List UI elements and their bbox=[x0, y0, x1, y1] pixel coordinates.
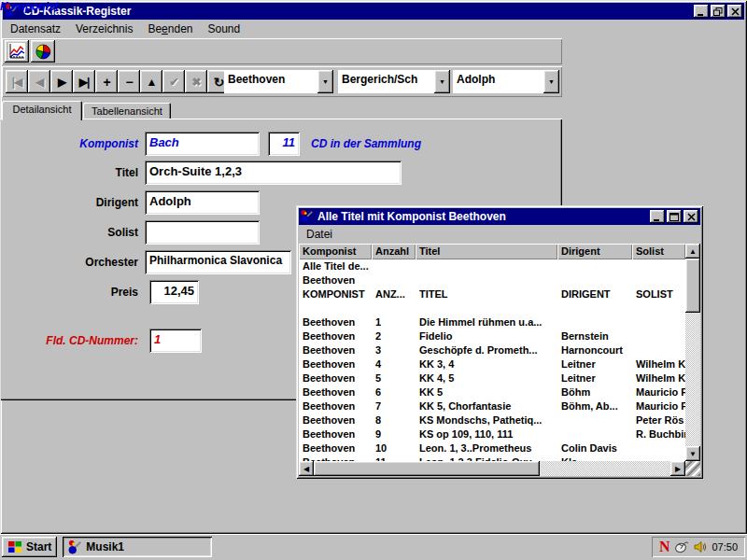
start-button[interactable]: Start bbox=[2, 537, 57, 557]
table-row[interactable]: Beethoven8KS Mondschs, Pathetiq...Peter … bbox=[299, 413, 685, 427]
column-header-anzahl[interactable]: Anzahl bbox=[372, 244, 416, 259]
grid-cell: Colin Davis bbox=[557, 441, 632, 455]
table-row[interactable]: Beethoven10Leon. 1, 3..PrometheusColin D… bbox=[299, 441, 685, 455]
restore-button[interactable] bbox=[711, 5, 726, 18]
solist-label: Solist bbox=[37, 226, 138, 239]
chevron-down-icon[interactable]: ▼ bbox=[317, 70, 333, 93]
titel-field[interactable]: Orch-Suite 1,2,3 bbox=[145, 161, 402, 185]
komponist-field[interactable]: Bach bbox=[145, 132, 260, 156]
column-header-solist[interactable]: Solist bbox=[632, 244, 685, 259]
chevron-down-icon[interactable]: ▼ bbox=[543, 70, 559, 93]
app-icon bbox=[68, 540, 82, 554]
grid-cell: Peter Rös bbox=[632, 413, 685, 427]
minimize-button[interactable] bbox=[650, 210, 665, 223]
nav-edit-button[interactable]: ▲ bbox=[140, 70, 162, 93]
grid-cell: KOMPONIST bbox=[299, 287, 372, 301]
grid-cell bbox=[372, 273, 416, 287]
komponist-combobox[interactable]: Beethoven ▼ bbox=[224, 70, 333, 93]
nav-next-button[interactable]: ▶ bbox=[50, 70, 73, 93]
tab-tabellenansicht[interactable]: Tabellenansicht bbox=[83, 103, 171, 119]
menu-beenden[interactable]: Beenden bbox=[140, 20, 200, 38]
column-header-titel[interactable]: Titel bbox=[416, 244, 557, 259]
nav-first-button[interactable]: |◀ bbox=[6, 70, 28, 93]
table-row[interactable]: Alle Titel de... bbox=[299, 259, 685, 273]
menu-sound[interactable]: Sound bbox=[200, 20, 247, 38]
komponist-label: Komponist bbox=[0, 0, 59, 13]
main-menubar: Datensatz Verzeichnis Beenden Sound bbox=[3, 20, 744, 37]
nav-cancel-button[interactable]: ✖ bbox=[185, 70, 207, 93]
dirigent-combobox[interactable]: Adolph ▼ bbox=[453, 70, 559, 93]
table-row[interactable] bbox=[299, 301, 685, 315]
grid-cell: 8 bbox=[372, 413, 416, 427]
grid-cell bbox=[372, 259, 416, 273]
horizontal-scroll-thumb[interactable] bbox=[314, 461, 540, 476]
horizontal-scrollbar[interactable]: ◀ ▶ bbox=[299, 461, 685, 476]
cd-nummer-field[interactable]: 1 bbox=[149, 329, 202, 353]
taskbar-clock[interactable]: 07:50 bbox=[712, 541, 738, 553]
grid-cell bbox=[416, 259, 557, 273]
scroll-left-icon[interactable]: ◀ bbox=[299, 461, 314, 476]
table-row[interactable]: Beethoven7KK 5, ChorfantasieBöhm, Ab...M… bbox=[299, 399, 685, 413]
taskbar-task-musik1[interactable]: Musik1 bbox=[63, 537, 212, 557]
mouse-icon[interactable] bbox=[674, 540, 689, 553]
close-icon[interactable] bbox=[727, 5, 742, 18]
nav-last-button[interactable]: ▶| bbox=[73, 70, 95, 93]
line-chart-button[interactable] bbox=[5, 40, 29, 63]
preis-field[interactable]: 12,45 bbox=[149, 280, 199, 304]
nav-delete-button[interactable]: − bbox=[118, 70, 140, 93]
grid-cell bbox=[632, 273, 685, 287]
table-row[interactable]: Beethoven1Die Himmel rühmen u.a... bbox=[299, 315, 685, 329]
grid-cell: Beethoven bbox=[299, 385, 372, 399]
grid-cell: Beethoven bbox=[299, 399, 372, 413]
menu-datei[interactable]: Datei bbox=[299, 225, 340, 244]
menu-verzeichnis[interactable]: Verzeichnis bbox=[68, 20, 140, 38]
solist-combobox[interactable]: Bergerich/Sch ▼ bbox=[338, 70, 450, 93]
table-row[interactable]: Beethoven5KK 4, 5LeitnerWilhelm Ke bbox=[299, 371, 685, 385]
pie-chart-button[interactable] bbox=[31, 40, 55, 63]
vertical-scrollbar[interactable]: ▲ ▼ bbox=[685, 244, 700, 461]
nav-prior-button[interactable]: ◀ bbox=[28, 70, 50, 93]
netscape-n-icon[interactable]: N bbox=[659, 540, 670, 553]
orchester-field[interactable]: Philharmonica Slavonica bbox=[145, 250, 291, 274]
toolbar bbox=[2, 38, 562, 64]
table-row[interactable]: Beethoven2FidelioBernstein bbox=[299, 329, 685, 343]
child-window-title: Alle Titel mit Komponist Beethoven bbox=[317, 210, 506, 223]
dirigent-field[interactable]: Adolph bbox=[145, 190, 260, 215]
tab-detailansicht[interactable]: Detailansicht bbox=[2, 101, 82, 120]
column-header-dirigent[interactable]: Dirigent bbox=[557, 244, 632, 259]
resize-grip[interactable] bbox=[685, 461, 700, 476]
nav-insert-button[interactable]: + bbox=[95, 70, 118, 93]
chevron-down-icon[interactable]: ▼ bbox=[434, 70, 450, 93]
table-row[interactable]: Beethoven9KS op 109, 110, 111R. Buchbin bbox=[299, 427, 685, 441]
scroll-up-icon[interactable]: ▲ bbox=[685, 244, 700, 259]
grid-cell: Fidelio bbox=[416, 329, 557, 343]
table-row[interactable]: KOMPONISTANZ...TITELDIRIGENTSOLIST bbox=[299, 287, 685, 301]
grid-cell: 9 bbox=[372, 427, 416, 441]
close-icon[interactable] bbox=[684, 210, 698, 223]
grid-cell: Beethoven bbox=[299, 329, 372, 343]
table-row[interactable]: Beethoven bbox=[299, 273, 685, 287]
volume-icon[interactable] bbox=[694, 540, 707, 553]
grid-cell: R. Buchbin bbox=[632, 427, 685, 441]
table-row[interactable]: Beethoven6KK 5BöhmMauricio P bbox=[299, 385, 685, 399]
scroll-right-icon[interactable]: ▶ bbox=[670, 461, 685, 476]
table-row[interactable]: Beethoven3Geschöpfe d. Prometh...Harnonc… bbox=[299, 343, 685, 357]
grid-cell: Geschöpfe d. Prometh... bbox=[416, 343, 557, 357]
scroll-down-icon[interactable]: ▼ bbox=[685, 446, 700, 461]
table-row[interactable]: Beethoven4KK 3, 4LeitnerWilhelm Ke bbox=[299, 357, 685, 371]
column-header-komponist[interactable]: Komponist bbox=[299, 244, 372, 259]
nav-post-button[interactable]: ✔ bbox=[162, 70, 185, 93]
orchester-label: Orchester bbox=[37, 256, 138, 269]
grid-cell bbox=[632, 301, 685, 315]
solist-field[interactable] bbox=[145, 220, 260, 245]
grid-cell: Wilhelm Ke bbox=[632, 371, 685, 385]
vertical-scroll-thumb[interactable] bbox=[685, 259, 700, 313]
grid-cell bbox=[299, 301, 372, 315]
grid-cell: 6 bbox=[372, 385, 416, 399]
dirigent-label: Dirigent bbox=[37, 196, 138, 209]
minimize-button[interactable] bbox=[694, 5, 709, 18]
menu-datensatz[interactable]: Datensatz bbox=[3, 20, 68, 38]
grid-cell: Beethoven bbox=[299, 413, 372, 427]
grid-cell: Harnoncourt bbox=[557, 343, 632, 357]
maximize-button[interactable] bbox=[667, 210, 682, 223]
